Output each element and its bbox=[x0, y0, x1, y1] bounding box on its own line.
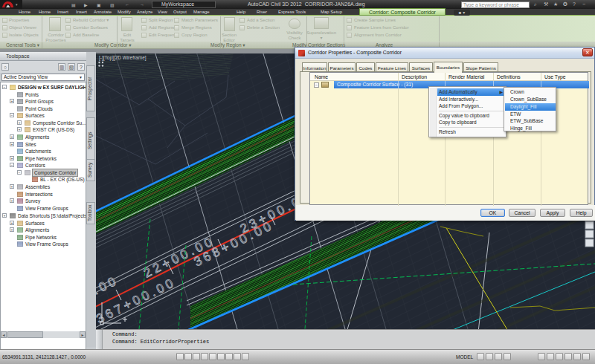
svg-text:[-][Top][2D Wireframe]: [-][Top][2D Wireframe] bbox=[99, 55, 147, 61]
